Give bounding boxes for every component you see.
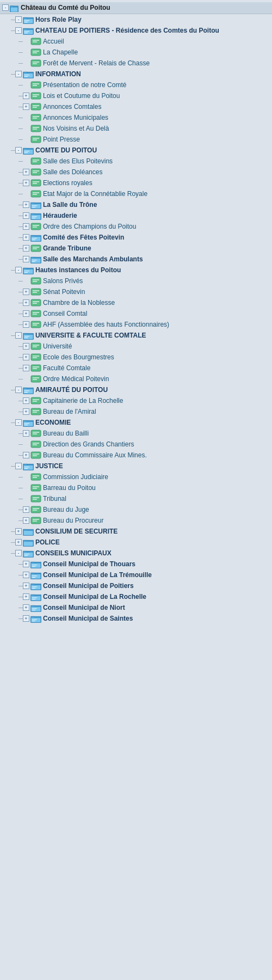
tree-node-etat-major[interactable]: Etat Major de la Connétablie Royale [0,188,272,199]
tree-node-bureau-amiral[interactable]: + Bureau de l'Amiral [0,406,272,417]
tree-node-conseil-comtal[interactable]: + Conseil Comtal [0,308,272,319]
tree-node-faculte-comtale[interactable]: + Faculté Comtale [0,363,272,373]
expand-btn-comte-poitou[interactable]: - [15,147,22,154]
tree-node-bureau-bailli[interactable]: + Bureau du Bailli [0,428,272,439]
tree-node-salle-doleances[interactable]: + Salle des Doléances [0,167,272,177]
expand-btn-comite-fetes[interactable]: + [23,234,29,241]
expand-btn-ecole-bourgmestres[interactable]: + [23,354,29,360]
expand-btn-bureau-amiral[interactable]: + [23,408,29,415]
expand-btn-conseil-la-rochelle[interactable]: + [23,593,29,600]
expand-btn-bureau-commissaire[interactable]: + [23,452,29,458]
tree-node-conseil-tremouille[interactable]: + Conseil Municipal de La Trémouille [0,569,272,580]
tree-node-conseil-saintes[interactable]: + Conseil Municipal de Saintes [0,613,272,624]
tree-node-conseil-thouars[interactable]: + Conseil Municipal de Thouars [0,559,272,569]
tree-node-bureau-procureur[interactable]: + Bureau du Procureur [0,515,272,526]
expand-btn-salle-doleances[interactable]: + [23,169,29,175]
expand-btn-information[interactable]: - [15,71,22,77]
tree-node-hautes-instances[interactable]: - Hautes instances du Poitou [0,265,272,275]
expand-btn-consilium-securite[interactable]: + [15,528,22,535]
expand-btn-chambre-noblesse[interactable]: + [23,299,29,306]
tree-node-chateau-poitiers[interactable]: - CHATEAU DE POITIERS - Résidence des Co… [0,25,272,36]
expand-btn-conseil-tremouille[interactable]: + [23,572,29,578]
expand-btn-conseil-niort[interactable]: + [23,604,29,611]
node-label-conseil-thouars: Conseil Municipal de Thouars [43,560,135,568]
expand-btn-universite-sub[interactable]: + [23,343,29,350]
tree-node-information[interactable]: - INFORMATION [0,69,272,79]
expand-btn-economie[interactable]: - [15,419,22,426]
tree-node-conseil-la-rochelle[interactable]: + Conseil Municipal de La Rochelle [0,591,272,602]
tree-node-bureau-commissaire[interactable]: + Bureau du Commissaire Aux Mines. [0,450,272,461]
expand-btn-bureau-juge[interactable]: + [23,506,29,513]
tree-node-salle-marchands[interactable]: + Salle des Marchands Ambulants [0,254,272,265]
expand-btn-faculte-comtale[interactable]: + [23,365,29,371]
root-expand-btn[interactable]: - [2,4,9,11]
expand-btn-universite[interactable]: - [15,332,22,339]
tree-node-capitainerie[interactable]: + Capitainerie de La Rochelle [0,395,272,406]
expand-btn-capitainerie[interactable]: + [23,397,29,404]
tree-node-consilium-securite[interactable]: + CONSILIUM DE SECURITE [0,526,272,537]
expand-btn-annonces-comtales[interactable]: + [23,103,29,110]
tree-node-economie[interactable]: - ECONOMIE [0,417,272,428]
tree-node-commission-judiciaire[interactable]: Commission Judiciaire [0,471,272,482]
tree-node-barreau-poitou[interactable]: Barreau du Poitou [0,482,272,493]
tree-node-hors-role-play[interactable]: - Hors Role Play [0,14,272,25]
expand-btn-amiraute[interactable]: - [15,387,22,393]
tree-node-tribunal[interactable]: Tribunal [0,493,272,504]
expand-btn-salle-marchands[interactable]: + [23,256,29,262]
tree-node-chambre-noblesse[interactable]: + Chambre de la Noblesse [0,297,272,308]
tree-node-ordre-medical[interactable]: Ordre Médical Poitevin [0,373,272,384]
expand-btn-senat-poitevin[interactable]: + [23,289,29,295]
tree-node-comte-poitou[interactable]: - COMTE DU POITOU [0,145,272,156]
expand-btn-conseils-municipaux[interactable]: - [15,550,22,556]
expand-btn-ordre-champions[interactable]: + [23,223,29,230]
tree-node-foret-mervent[interactable]: Forêt de Mervent - Relais de Chasse [0,58,272,69]
tree-node-ordre-champions[interactable]: + Ordre des Champions du Poitou [0,221,272,232]
expand-btn-grande-tribune[interactable]: + [23,245,29,252]
expand-btn-salle-trone[interactable]: + [23,201,29,208]
tree-node-nos-voisins[interactable]: Nos Voisins et Au Delà [0,123,272,134]
tree-node-accueil[interactable]: Accueil [0,36,272,47]
tree-node-comite-fetes[interactable]: + Comité des Fêtes Poitevin [0,232,272,243]
tree-node-amiraute[interactable]: - AMIRAUTÉ DU POITOU [0,384,272,395]
tree-node-bureau-juge[interactable]: + Bureau du Juge [0,504,272,515]
tree-node-salons-prives[interactable]: Salons Privés [0,275,272,286]
expand-btn-bureau-bailli[interactable]: + [23,430,29,437]
expand-btn-chateau-poitiers[interactable]: - [15,27,22,34]
tree-node-elections-royales[interactable]: + Elections royales [0,177,272,188]
tree-node-annonces-municipales[interactable]: Annonces Municipales [0,112,272,123]
tree-node-conseil-poitiers[interactable]: + Conseil Municipal de Poitiers [0,580,272,591]
expand-btn-ahf[interactable]: + [23,321,29,328]
expand-btn-elections-royales[interactable]: + [23,180,29,186]
expand-btn-hautes-instances[interactable]: - [15,267,22,273]
tree-node-lois-coutume[interactable]: + Lois et Coutume du Poitou [0,90,272,101]
tree-node-salle-trone[interactable]: + La Salle du Trône [0,199,272,210]
tree-node-point-presse[interactable]: Point Presse [0,134,272,145]
expand-btn-lois-coutume[interactable]: + [23,93,29,99]
expand-btn-conseil-thouars[interactable]: + [23,561,29,567]
tree-node-grande-tribune[interactable]: + Grande Tribune [0,243,272,254]
tree-node-presentation[interactable]: Présentation de notre Comté [0,79,272,90]
expand-btn-police[interactable]: + [15,539,22,546]
tree-node-ecole-bourgmestres[interactable]: + Ecole des Bourgmestres [0,352,272,363]
tree-node-conseils-municipaux[interactable]: - CONSEILS MUNICIPAUX [0,548,272,559]
tree-node-ahf[interactable]: + AHF (Assemblée des hauts Fonctionnaire… [0,319,272,330]
root-node[interactable]: - Château du Comté du Poitou [0,2,272,14]
tree-node-herauderie[interactable]: + Hérauderie [0,210,272,221]
tree-node-conseil-niort[interactable]: + Conseil Municipal de Niort [0,602,272,613]
tree-node-chapelle[interactable]: La Chapelle [0,47,272,58]
expand-btn-hors-role-play[interactable]: - [15,16,22,23]
tree-node-annonces-comtales[interactable]: + Annonces Comtales [0,101,272,112]
tree-node-police[interactable]: + POLICE [0,537,272,548]
expand-btn-conseil-poitiers[interactable]: + [23,583,29,589]
tree-node-justice[interactable]: - JUSTICE [0,461,272,471]
expand-btn-herauderie[interactable]: + [23,212,29,219]
tree-node-salle-elus[interactable]: Salle des Elus Poitevins [0,156,272,167]
expand-btn-conseil-saintes[interactable]: + [23,615,29,622]
tree-node-universite-sub[interactable]: + Université [0,341,272,352]
tree-node-universite[interactable]: - UNIVERSITE & FACULTE COMTALE [0,330,272,341]
expand-btn-justice[interactable]: - [15,463,22,469]
expand-btn-bureau-procureur[interactable]: + [23,517,29,524]
tree-node-direction-chantiers[interactable]: Direction des Grands Chantiers [0,439,272,450]
expand-btn-conseil-comtal[interactable]: + [23,310,29,317]
tree-node-senat-poitevin[interactable]: + Sénat Poitevin [0,286,272,297]
